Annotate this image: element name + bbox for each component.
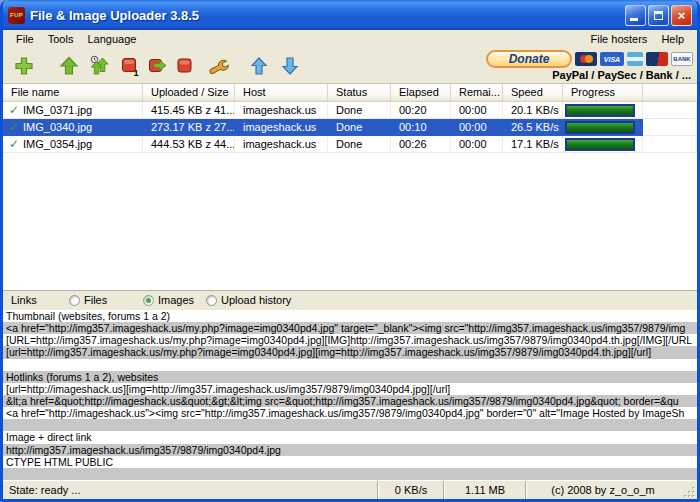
skip-current-button[interactable]	[145, 53, 171, 79]
menu-bar: File Tools Language File hosters Help	[3, 30, 697, 48]
uploaded-size: 415.45 KB z 41...	[143, 102, 235, 119]
status: Done	[328, 102, 391, 119]
links-empty-row	[3, 419, 697, 431]
column-header-speed[interactable]: Speed	[503, 84, 563, 101]
table-row[interactable]: ✓IMG_0354.jpg 444.53 KB z 44... imagesha…	[3, 136, 697, 153]
plus-icon	[13, 55, 35, 77]
bank-icon: BANK	[671, 52, 693, 66]
uploaded-size: 444.53 KB z 44...	[143, 136, 235, 153]
remaining: 00:00	[451, 102, 503, 119]
move-up-icon	[248, 55, 270, 77]
donate-cluster: Donate VISA BANK PayPal / PaySec / Bank …	[486, 50, 693, 81]
progress-bar	[565, 138, 635, 151]
uploaded-size: 273.17 KB z 27...	[143, 119, 235, 136]
add-files-button[interactable]	[11, 53, 37, 79]
stop-all-button[interactable]	[172, 53, 198, 79]
donate-button[interactable]: Donate	[486, 50, 572, 68]
menu-language[interactable]: Language	[80, 32, 143, 46]
host: imageshack.us	[235, 102, 328, 119]
link-line[interactable]: <a href="http://img357.imageshack.us/my.…	[3, 322, 697, 334]
status-speed: 0 KB/s	[379, 484, 443, 496]
minimize-button[interactable]	[625, 5, 646, 26]
column-header-progress[interactable]: Progress	[563, 84, 643, 101]
done-check-icon: ✓	[9, 102, 19, 118]
close-icon: ×	[672, 6, 691, 25]
links-bar: Links Files Images Upload history	[3, 290, 697, 310]
status-size: 1.11 MB	[445, 484, 525, 496]
links-label: Links	[11, 294, 37, 306]
status: Done	[328, 119, 391, 136]
upload-arrow-icon	[58, 55, 80, 77]
upload-list: File name Uploaded / Size Host Status El…	[3, 84, 697, 290]
window-title: File & Image Uploader 3.8.5	[30, 8, 199, 23]
column-header-remaining[interactable]: Remai...	[451, 84, 503, 101]
move-up-button[interactable]	[246, 53, 272, 79]
file-name: IMG_0371.jpg	[23, 102, 92, 118]
done-check-icon: ✓	[9, 136, 19, 152]
column-header-host[interactable]: Host	[235, 84, 328, 101]
radio-upload-history-label: Upload history	[221, 294, 291, 306]
column-header-uploaded-size[interactable]: Uploaded / Size	[143, 84, 235, 101]
radio-files-label: Files	[84, 294, 107, 306]
radio-circle-icon	[143, 295, 154, 306]
column-header-status[interactable]: Status	[328, 84, 391, 101]
link-line[interactable]: http://img357.imageshack.us/img357/9879/…	[3, 444, 697, 456]
radio-images[interactable]: Images	[143, 294, 194, 306]
links-section-header: Hotlinks (forums 1 a 2), websites	[3, 371, 697, 383]
minimize-icon	[630, 18, 638, 21]
radio-circle-icon	[69, 295, 80, 306]
link-line[interactable]: <a href="http://imageshack.us"><img src=…	[3, 407, 697, 419]
stop-1-icon: 1	[119, 55, 141, 77]
column-header-file-name[interactable]: File name	[3, 84, 143, 101]
app-icon: FUP	[8, 7, 25, 24]
stop-after-current-button[interactable]: 1	[117, 53, 143, 79]
file-name: IMG_0340.jpg	[23, 119, 92, 135]
settings-button[interactable]	[206, 53, 232, 79]
menu-file[interactable]: File	[9, 32, 41, 46]
remaining: 00:00	[451, 136, 503, 153]
speed: 20.1 KB/s	[503, 102, 563, 119]
title-bar[interactable]: FUP File & Image Uploader 3.8.5 ×	[3, 0, 697, 30]
link-line[interactable]: [url=http://img357.imageshack.us/my.php?…	[3, 346, 697, 358]
menu-file-hosters[interactable]: File hosters	[584, 32, 655, 46]
status-state: State: ready ...	[3, 484, 377, 496]
link-line[interactable]: &lt;a href=&quot;http://imageshack.us&qu…	[3, 395, 697, 407]
radio-files[interactable]: Files	[69, 294, 107, 306]
start-all-upload-button[interactable]	[87, 53, 113, 79]
visa-icon: VISA	[600, 52, 624, 66]
link-line[interactable]: [url=http://imageshack.us][img=http://im…	[3, 383, 697, 395]
radio-images-label: Images	[158, 294, 194, 306]
link-line[interactable]: [URL=http://img357.imageshack.us/my.php?…	[3, 334, 697, 346]
wrench-icon	[208, 55, 230, 77]
maximize-icon	[654, 11, 663, 20]
file-name: IMG_0354.jpg	[23, 136, 92, 152]
table-row[interactable]: ✓IMG_0340.jpg 273.17 KB z 27... imagesha…	[3, 119, 697, 136]
start-upload-button[interactable]	[56, 53, 82, 79]
resize-grip[interactable]	[681, 484, 696, 499]
elapsed: 00:10	[391, 119, 451, 136]
maximize-button[interactable]	[648, 5, 669, 26]
elapsed: 00:26	[391, 136, 451, 153]
table-row[interactable]: ✓IMG_0371.jpg 415.45 KB z 41... imagesha…	[3, 102, 697, 119]
status: Done	[328, 136, 391, 153]
links-empty-row	[3, 359, 697, 371]
paysec-icon	[646, 52, 668, 66]
remaining: 00:00	[451, 119, 503, 136]
toolbar: 1 Donate	[3, 48, 697, 84]
elapsed: 00:20	[391, 102, 451, 119]
done-check-icon: ✓	[9, 119, 19, 135]
app-window: FUP File & Image Uploader 3.8.5 × File T…	[0, 0, 700, 502]
progress-bar	[565, 104, 635, 117]
svg-text:1: 1	[134, 68, 139, 77]
column-header-elapsed[interactable]: Elapsed	[391, 84, 451, 101]
close-button[interactable]: ×	[671, 5, 692, 26]
menu-help[interactable]: Help	[654, 32, 691, 46]
column-header-filler	[643, 84, 697, 101]
radio-upload-history[interactable]: Upload history	[206, 294, 291, 306]
menu-tools[interactable]: Tools	[41, 32, 81, 46]
app-icon-text: FUP	[10, 12, 23, 18]
radio-circle-icon	[206, 295, 217, 306]
host: imageshack.us	[235, 119, 328, 136]
move-down-button[interactable]	[277, 53, 303, 79]
links-panel: Thumbnail (websites, forums 1 a 2) <a hr…	[3, 310, 697, 480]
